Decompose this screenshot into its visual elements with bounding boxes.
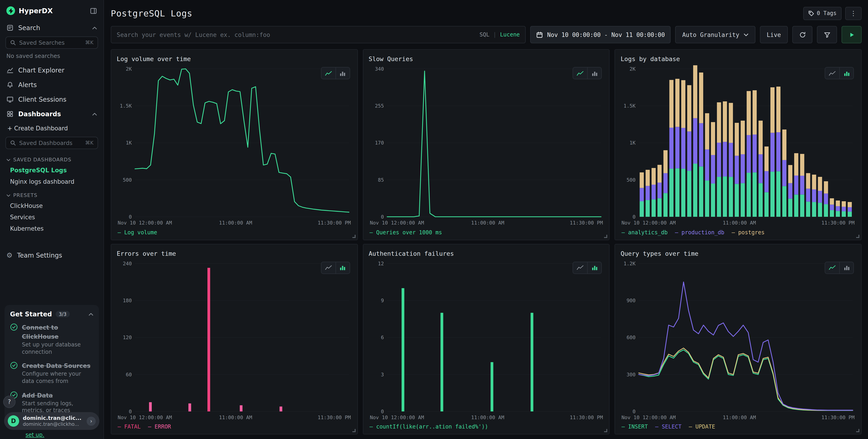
chart-logs-by-database: 05001K1.5K2KNov 10 12:00:00 AM11:00:00 A… — [621, 64, 856, 227]
get-started-badge: 3/3 — [56, 311, 70, 317]
sidebar-collapse-icon[interactable] — [90, 7, 97, 14]
svg-text:12: 12 — [378, 260, 383, 266]
get-started-item-add-data[interactable]: Add Data Start sending logs, metrics, or… — [10, 390, 93, 414]
chart-explorer-icon — [6, 67, 14, 74]
search-icon — [10, 140, 16, 146]
chart-legend: — FATAL— ERROR — [117, 421, 352, 432]
set-up-link[interactable]: set up. — [26, 432, 44, 438]
sidebar-item-kubernetes[interactable]: Kubernetes — [0, 223, 103, 234]
get-started-item-title: Add Data — [22, 392, 53, 399]
create-dashboard-label: + Create Dashboard — [7, 125, 68, 132]
user-name: dominic.tran@clic... — [23, 415, 82, 421]
run-query-button[interactable] — [842, 26, 862, 43]
panel-title: Log volume over time — [117, 55, 191, 62]
resize-handle[interactable] — [604, 234, 608, 238]
help-button[interactable]: ? — [3, 396, 16, 408]
chart-type-toggles — [825, 67, 854, 79]
hyperdx-logo-icon — [6, 6, 15, 15]
svg-text:1K: 1K — [126, 140, 132, 146]
svg-text:Nov 10 12:00:00 AM: Nov 10 12:00:00 AM — [370, 220, 424, 226]
panel-title: Authentication failures — [369, 250, 454, 257]
svg-text:Nov 10 12:00:00 AM: Nov 10 12:00:00 AM — [370, 414, 424, 420]
more-menu-button[interactable]: ⋮ — [845, 7, 862, 20]
bar-chart-toggle[interactable] — [587, 67, 601, 79]
svg-text:11:30:00 PM: 11:30:00 PM — [822, 414, 855, 420]
panel-logs-by-database: Logs by database 05001K1.5K2KNov 10 12:0… — [615, 49, 862, 240]
legend-item: — UPDATE — [689, 424, 715, 430]
saved-dashboards-section-header[interactable]: SAVED DASHBOARDS — [0, 152, 103, 164]
section-label: PRESETS — [13, 192, 37, 198]
get-started-title: Get Started — [10, 311, 52, 318]
line-chart-toggle[interactable] — [321, 67, 335, 79]
chevron-up-icon[interactable] — [88, 313, 93, 316]
sidebar-item-chart-explorer[interactable]: Chart Explorer — [0, 63, 103, 77]
line-chart-toggle[interactable] — [321, 262, 335, 273]
get-started-header[interactable]: Get Started 3/3 — [10, 311, 93, 318]
line-chart-toggle[interactable] — [825, 262, 839, 273]
sidebar-item-services[interactable]: Services — [0, 212, 103, 223]
line-chart-toggle[interactable] — [825, 67, 839, 79]
create-dashboard-button[interactable]: + Create Dashboard — [0, 121, 103, 135]
sql-mode-button[interactable]: SQL — [479, 31, 489, 38]
filter-button[interactable] — [817, 26, 837, 43]
resize-handle[interactable] — [604, 429, 608, 432]
sidebar-item-label: Team Settings — [17, 252, 97, 259]
svg-text:11:30:00 PM: 11:30:00 PM — [569, 414, 603, 420]
title-actions: 0 Tags ⋮ — [803, 7, 862, 20]
get-started-item-connect[interactable]: Connect to ClickHouse Set up your databa… — [10, 323, 93, 355]
svg-text:1.5K: 1.5K — [624, 103, 636, 109]
event-search-input[interactable] — [117, 31, 475, 38]
date-range-picker[interactable]: Nov 10 00:00:00 - Nov 11 00:00:00 — [530, 26, 671, 43]
resize-handle[interactable] — [856, 429, 859, 432]
get-started-item-sources[interactable]: Create Data Sources Configure where your… — [10, 361, 93, 385]
no-saved-searches-note: No saved searches — [0, 52, 103, 63]
resize-handle[interactable] — [856, 234, 859, 238]
presets-section-header[interactable]: PRESETS — [0, 187, 103, 200]
bar-chart-toggle[interactable] — [335, 262, 349, 273]
filter-icon — [824, 31, 830, 38]
resize-handle[interactable] — [352, 234, 355, 238]
hyperdx-logo[interactable]: HyperDX — [6, 6, 53, 15]
granularity-dropdown[interactable]: Auto Granularity — [675, 26, 755, 43]
line-chart-toggle[interactable] — [573, 262, 587, 273]
bar-chart-toggle[interactable] — [839, 67, 854, 79]
svg-text:240: 240 — [123, 260, 132, 266]
lucene-mode-button[interactable]: Lucene — [500, 31, 520, 38]
refresh-button[interactable] — [792, 26, 812, 43]
bar-chart-toggle[interactable] — [335, 67, 349, 79]
live-button[interactable]: Live — [760, 26, 788, 43]
legend-item: — postgres — [732, 229, 765, 236]
section-label: SAVED DASHBOARDS — [13, 157, 71, 163]
bar-chart-toggle[interactable] — [587, 262, 601, 273]
saved-searches-shortcut: ⌘K — [85, 40, 93, 45]
sidebar-item-alerts[interactable]: Alerts — [0, 77, 103, 92]
sidebar-item-client-sessions[interactable]: Client Sessions — [0, 92, 103, 107]
page-title: PostgreSQL Logs — [111, 8, 192, 18]
sidebar-item-postgresql-logs[interactable]: PostgreSQL Logs — [0, 164, 103, 176]
panel-slow-queries: Slow Queries 085170255340Nov 10 12:00:00… — [363, 49, 610, 240]
panel-errors-over-time: Errors over time 060120180240Nov 10 12:0… — [111, 244, 358, 434]
sidebar-item-clickhouse[interactable]: ClickHouse — [0, 200, 103, 212]
tags-button[interactable]: 0 Tags — [803, 7, 842, 20]
svg-text:0: 0 — [129, 214, 132, 220]
svg-text:1.5K: 1.5K — [120, 103, 132, 109]
chart-errors-over-time: 060120180240Nov 10 12:00:00 AM11:00:00 A… — [117, 259, 352, 421]
sidebar-item-dashboards[interactable]: Dashboards — [0, 107, 103, 121]
check-circle-icon — [10, 323, 18, 331]
sidebar-item-search[interactable]: Search — [0, 21, 103, 35]
line-chart-toggle[interactable] — [573, 67, 587, 79]
dots-vertical-icon: ⋮ — [850, 10, 857, 17]
saved-searches-input[interactable]: Saved Searches ⌘K — [5, 36, 98, 49]
saved-dashboards-input[interactable]: Saved Dashboards ⌘K — [5, 137, 98, 149]
user-menu[interactable]: D dominic.tran@clic... dominic.tran@clic… — [4, 412, 99, 430]
sidebar-item-team-settings[interactable]: ⚙ Team Settings — [0, 248, 103, 262]
legend-item: — SELECT — [655, 424, 682, 430]
bar-chart-toggle[interactable] — [839, 262, 854, 273]
svg-text:0: 0 — [381, 408, 383, 414]
resize-handle[interactable] — [352, 429, 355, 432]
chart-query-types: 03006009001.2KNov 10 12:00:00 AM11:00:00… — [621, 259, 856, 421]
sidebar-item-nginx-dashboard[interactable]: Nginx logs dashboard — [0, 176, 103, 187]
svg-text:11:00:00 AM: 11:00:00 AM — [723, 220, 756, 226]
legend-item: — analytics_db — [622, 229, 668, 236]
sidebar-item-label: Dashboards — [18, 110, 88, 118]
